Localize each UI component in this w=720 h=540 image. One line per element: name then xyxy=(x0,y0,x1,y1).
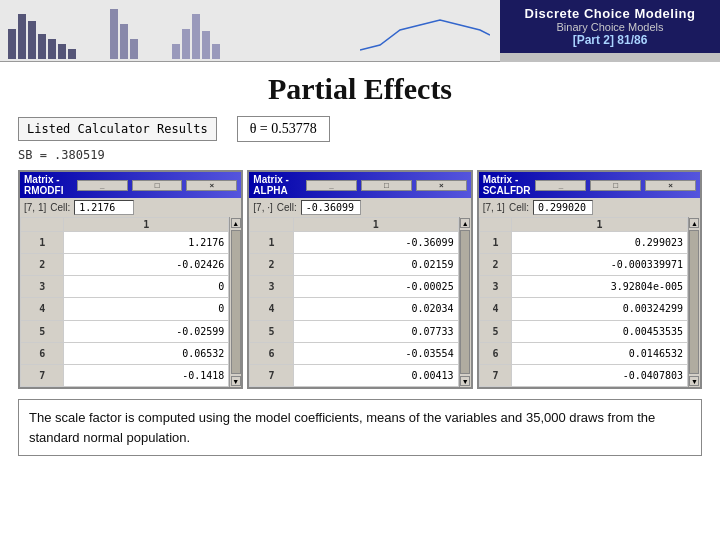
close-btn-1[interactable]: × xyxy=(186,180,237,191)
table-row: 1-0.36099 xyxy=(250,232,458,254)
matrix-scalfdr-scrollbar[interactable]: ▲ ▼ xyxy=(688,217,700,387)
close-btn-3[interactable]: × xyxy=(645,180,696,191)
maximize-btn-1[interactable]: □ xyxy=(132,180,183,191)
row-index: 2 xyxy=(21,254,64,276)
cell-data: 0.00413 xyxy=(293,364,458,386)
cell-data: -0.02426 xyxy=(64,254,229,276)
page-title: Partial Effects xyxy=(18,72,702,106)
matrix-rmodfi-scrollbar[interactable]: ▲ ▼ xyxy=(229,217,241,387)
bar-6 xyxy=(58,44,66,59)
row-index: 1 xyxy=(479,232,512,254)
row-index: 2 xyxy=(479,254,512,276)
cell-label-3: Cell: xyxy=(509,202,529,213)
table-row: 50.00453535 xyxy=(479,320,687,342)
cell-data: 0.0146532 xyxy=(512,342,688,364)
cell-data: -0.1418 xyxy=(64,364,229,386)
cell-value-1: 1.2176 xyxy=(74,200,134,215)
cell-data: 0.06532 xyxy=(64,342,229,364)
bar-7 xyxy=(68,49,76,59)
matrix-alpha-toolbar: [7, ·] Cell: -0.36099 xyxy=(249,198,470,217)
row-index: 1 xyxy=(21,232,64,254)
cell-data: 0 xyxy=(64,298,229,320)
scroll-up-1[interactable]: ▲ xyxy=(231,218,241,228)
row-index: 6 xyxy=(21,342,64,364)
bar-14 xyxy=(202,31,210,59)
matrix-scalfdr-table: 1 10.2990232-0.00033997133.92804e-00540.… xyxy=(479,217,688,387)
table-row: 10.299023 xyxy=(479,232,687,254)
bar-4 xyxy=(38,34,46,59)
scroll-down-1[interactable]: ▼ xyxy=(231,376,241,386)
brand-title: Discrete Choice Modeling xyxy=(510,6,710,21)
cell-data: 0.00453535 xyxy=(512,320,688,342)
col-header-1: 1 xyxy=(64,218,229,232)
table-row: 2-0.02426 xyxy=(21,254,229,276)
table-row: 50.07733 xyxy=(250,320,458,342)
matrix-alpha-titlebar: Matrix - ALPHA _ □ × xyxy=(249,172,470,198)
bar-8 xyxy=(110,9,118,59)
matrix-scalfdr-table-wrap: 1 10.2990232-0.00033997133.92804e-00540.… xyxy=(479,217,700,387)
scroll-down-3[interactable]: ▼ xyxy=(689,376,699,386)
main-content: Partial Effects Listed Calculator Result… xyxy=(0,62,720,540)
minimize-btn-2[interactable]: _ xyxy=(306,180,357,191)
table-row: 33.92804e-005 xyxy=(479,276,687,298)
matrix-alpha-table: 1 1-0.3609920.021593-0.0002540.0203450.0… xyxy=(249,217,458,387)
table-row: 30 xyxy=(21,276,229,298)
cell-data: -0.36099 xyxy=(293,232,458,254)
scroll-track-2 xyxy=(460,230,470,374)
cell-data: 0.02034 xyxy=(293,298,458,320)
col-header-3: 1 xyxy=(512,218,688,232)
minimize-btn-1[interactable]: _ xyxy=(77,180,128,191)
scroll-track-3 xyxy=(689,230,699,374)
bar-2 xyxy=(18,14,26,59)
table-row: 11.2176 xyxy=(21,232,229,254)
table-row: 40 xyxy=(21,298,229,320)
col-header-empty-3 xyxy=(479,218,512,232)
footer-content: The scale factor is computed using the m… xyxy=(29,410,655,445)
matrix-rmodfi-table: 1 11.21762-0.0242630405-0.0259960.065327… xyxy=(20,217,229,387)
row-index: 3 xyxy=(479,276,512,298)
row-index: 5 xyxy=(479,320,512,342)
row-index: 4 xyxy=(21,298,64,320)
maximize-btn-2[interactable]: □ xyxy=(361,180,412,191)
matrix-alpha-scrollbar[interactable]: ▲ ▼ xyxy=(459,217,471,387)
close-btn-2[interactable]: × xyxy=(416,180,467,191)
cell-data: 0.02159 xyxy=(293,254,458,276)
cell-value-2: -0.36099 xyxy=(301,200,361,215)
cell-data: 0.299023 xyxy=(512,232,688,254)
minimize-btn-3[interactable]: _ xyxy=(535,180,586,191)
row-index: 3 xyxy=(250,276,293,298)
scroll-down-2[interactable]: ▼ xyxy=(460,376,470,386)
matrix-alpha-title: Matrix - ALPHA xyxy=(253,174,302,196)
scroll-up-3[interactable]: ▲ xyxy=(689,218,699,228)
table-row: 40.02034 xyxy=(250,298,458,320)
cell-data: 0.07733 xyxy=(293,320,458,342)
matrix-scalfdr: Matrix - SCALFDR _ □ × [7, 1] Cell: 0.29… xyxy=(477,170,702,389)
matrices-row: Matrix - RMODFI _ □ × [7, 1] Cell: 1.217… xyxy=(18,170,702,389)
row-index: 4 xyxy=(250,298,293,320)
cell-ref-1: [7, 1] xyxy=(24,202,46,213)
matrix-rmodfi-titlebar: Matrix - RMODFI _ □ × xyxy=(20,172,241,198)
line-chart xyxy=(360,5,490,55)
theta-value: θ = 0.53778 xyxy=(250,121,317,136)
cell-data: -0.0407803 xyxy=(512,364,688,386)
scroll-up-2[interactable]: ▲ xyxy=(460,218,470,228)
bar-3 xyxy=(28,21,36,59)
maximize-btn-3[interactable]: □ xyxy=(590,180,641,191)
cell-data: 0.00324299 xyxy=(512,298,688,320)
calc-box: Listed Calculator Results xyxy=(18,117,217,141)
cell-data: -0.03554 xyxy=(293,342,458,364)
cell-data: 3.92804e-005 xyxy=(512,276,688,298)
cell-label-1: Cell: xyxy=(50,202,70,213)
row-index: 3 xyxy=(21,276,64,298)
matrix-rmodfi: Matrix - RMODFI _ □ × [7, 1] Cell: 1.217… xyxy=(18,170,243,389)
theta-display: θ = 0.53778 xyxy=(237,116,330,142)
bar-12 xyxy=(182,29,190,59)
row-index: 5 xyxy=(21,320,64,342)
matrix-alpha: Matrix - ALPHA _ □ × [7, ·] Cell: -0.360… xyxy=(247,170,472,389)
table-row: 2-0.000339971 xyxy=(479,254,687,276)
matrix-rmodfi-toolbar: [7, 1] Cell: 1.2176 xyxy=(20,198,241,217)
bar-15 xyxy=(212,44,220,59)
row-index: 7 xyxy=(250,364,293,386)
matrix-rmodfi-title: Matrix - RMODFI xyxy=(24,174,73,196)
bar-10 xyxy=(130,39,138,59)
